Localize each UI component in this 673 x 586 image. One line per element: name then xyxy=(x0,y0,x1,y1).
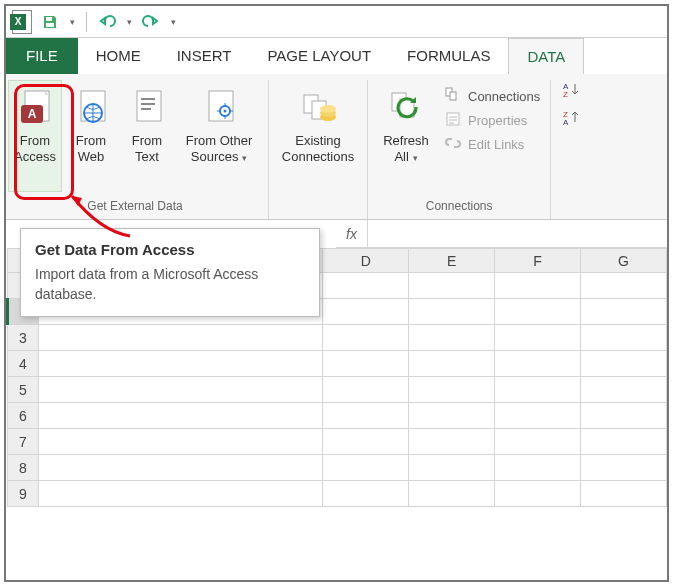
properties-button[interactable]: Properties xyxy=(440,108,544,132)
sort-az-button[interactable]: AZ xyxy=(561,80,581,100)
from-access-button[interactable]: A From Access xyxy=(8,80,62,192)
sort-za-button[interactable]: ZA xyxy=(561,108,581,128)
label: From xyxy=(76,133,106,149)
qat-customize-dropdown[interactable]: ▾ xyxy=(66,10,78,34)
svg-rect-19 xyxy=(450,92,456,100)
col-header[interactable]: E xyxy=(409,249,495,273)
ribbon-tabs: FILE HOME INSERT PAGE LAYOUT FORMULAS DA… xyxy=(6,38,667,74)
label: Access xyxy=(14,149,56,165)
tab-insert[interactable]: INSERT xyxy=(159,38,250,74)
redo-dropdown[interactable]: ▾ xyxy=(167,10,179,34)
label: Text xyxy=(135,149,159,165)
svg-text:Z: Z xyxy=(563,90,568,99)
label: Connections xyxy=(468,89,540,104)
col-header[interactable]: D xyxy=(323,249,409,273)
edit-links-button[interactable]: Edit Links xyxy=(440,132,544,156)
label: Sources ▾ xyxy=(191,149,247,166)
row-header[interactable]: 7 xyxy=(8,429,39,455)
svg-rect-7 xyxy=(137,91,161,121)
connections-button[interactable]: Connections xyxy=(440,84,544,108)
row-header[interactable]: 6 xyxy=(8,403,39,429)
other-sources-icon xyxy=(201,85,237,133)
row-header[interactable]: 4 xyxy=(8,351,39,377)
label: All ▾ xyxy=(394,149,417,166)
formula-input[interactable] xyxy=(368,220,667,247)
label: From Other xyxy=(186,133,252,149)
group-sort-stub: AZ ZA xyxy=(551,80,591,219)
col-header[interactable]: F xyxy=(495,249,581,273)
tab-page-layout[interactable]: PAGE LAYOUT xyxy=(249,38,389,74)
col-header[interactable]: G xyxy=(580,249,666,273)
formula-bar: fx xyxy=(336,220,667,248)
access-icon: A xyxy=(17,85,53,133)
ribbon: A From Access From Web From Text xyxy=(6,74,667,220)
label: From xyxy=(20,133,50,149)
edit-links-icon xyxy=(444,135,462,154)
redo-button[interactable] xyxy=(139,10,163,34)
from-other-sources-button[interactable]: From Other Sources ▾ xyxy=(176,80,262,192)
row-header[interactable]: 9 xyxy=(8,481,39,507)
label: Edit Links xyxy=(468,137,524,152)
group-label: Connections xyxy=(426,197,493,217)
separator xyxy=(86,12,87,32)
tab-data[interactable]: DATA xyxy=(508,38,584,74)
undo-button[interactable] xyxy=(95,10,119,34)
label: Existing xyxy=(295,133,341,149)
svg-text:A: A xyxy=(563,118,569,127)
from-web-button[interactable]: From Web xyxy=(64,80,118,192)
existing-connections-button[interactable]: Existing Connections xyxy=(275,80,361,192)
fx-label[interactable]: fx xyxy=(336,220,368,247)
quick-access-toolbar: X ▾ ▾ ▾ xyxy=(6,6,667,38)
svg-rect-8 xyxy=(209,91,233,121)
existing-connections-icon xyxy=(298,85,338,133)
label: Web xyxy=(78,149,105,165)
tab-home[interactable]: HOME xyxy=(78,38,159,74)
group-existing-connections: Existing Connections xyxy=(269,80,368,219)
row-header[interactable]: 5 xyxy=(8,377,39,403)
chevron-down-icon: ▾ xyxy=(242,153,247,163)
tooltip-title: Get Data From Access xyxy=(35,241,305,258)
tab-formulas[interactable]: FORMULAS xyxy=(389,38,508,74)
from-text-button[interactable]: From Text xyxy=(120,80,174,192)
connections-icon xyxy=(444,87,462,106)
tooltip-from-access: Get Data From Access Import data from a … xyxy=(20,228,320,317)
label: Connections xyxy=(282,149,354,165)
svg-rect-0 xyxy=(46,17,52,21)
svg-point-10 xyxy=(224,110,227,113)
tooltip-body: Import data from a Microsoft Access data… xyxy=(35,264,305,304)
undo-dropdown[interactable]: ▾ xyxy=(123,10,135,34)
text-file-icon xyxy=(129,85,165,133)
chevron-down-icon: ▾ xyxy=(413,153,418,163)
label: Properties xyxy=(468,113,527,128)
excel-logo: X xyxy=(10,10,34,34)
group-label: Get External Data xyxy=(87,197,182,217)
row-header[interactable]: 3 xyxy=(8,325,39,351)
svg-rect-1 xyxy=(46,23,54,27)
refresh-all-button[interactable]: Refresh All ▾ xyxy=(374,80,438,192)
tab-file[interactable]: FILE xyxy=(6,38,78,74)
label: Refresh xyxy=(383,133,429,149)
svg-text:A: A xyxy=(28,107,37,121)
row-header[interactable]: 8 xyxy=(8,455,39,481)
save-button[interactable] xyxy=(38,10,62,34)
group-connections: Refresh All ▾ Connections Properties xyxy=(368,80,551,219)
group-get-external-data: A From Access From Web From Text xyxy=(6,80,269,219)
web-icon xyxy=(73,85,109,133)
svg-point-15 xyxy=(320,105,336,113)
refresh-icon xyxy=(386,85,426,133)
properties-icon xyxy=(444,111,462,130)
label: From xyxy=(132,133,162,149)
